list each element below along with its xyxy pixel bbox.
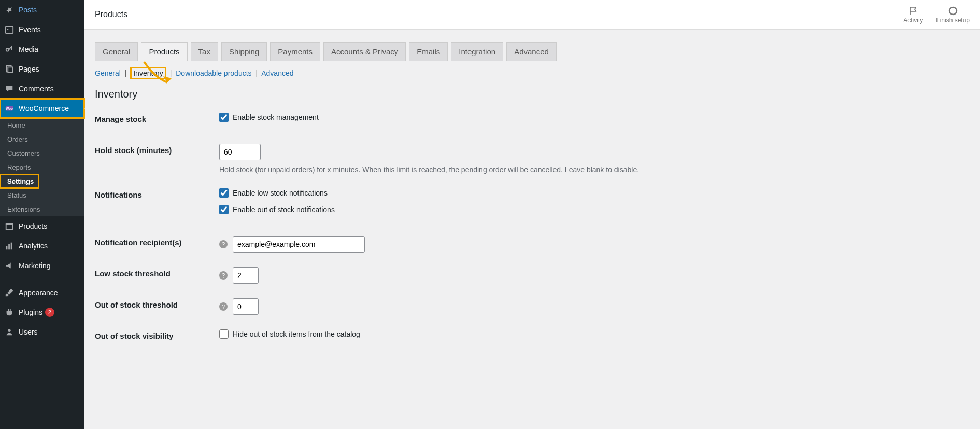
field-visibility: Out of stock visibility Hide out of stoc… (95, 329, 970, 346)
checkbox-hide-out-of-stock[interactable] (219, 329, 229, 339)
sidebar-label: WooCommerce (19, 104, 69, 113)
megaphone-icon (4, 260, 15, 271)
subtab-inventory[interactable]: Inventory (131, 67, 166, 79)
help-icon[interactable]: ? (219, 271, 228, 280)
svg-rect-10 (8, 244, 10, 249)
circle-icon (948, 5, 958, 17)
sidebar-item-comments[interactable]: Comments (0, 79, 84, 99)
field-low-threshold: Low stock threshold ? (95, 267, 970, 284)
activity-button[interactable]: Activity (903, 5, 923, 24)
archive-icon (4, 221, 15, 231)
settings-tabs: General Products Tax Shipping Payments A… (95, 42, 970, 61)
sidebar-label: Comments (19, 85, 54, 93)
checkbox-low-stock-notify[interactable] (219, 188, 229, 198)
tab-products[interactable]: Products (141, 42, 187, 61)
svg-text:Woo: Woo (6, 107, 13, 110)
checkbox-manage-stock[interactable] (219, 113, 229, 122)
sidebar-submenu: Home Orders Customers Reports Settings S… (0, 118, 84, 216)
sidebar-sub-orders[interactable]: Orders (0, 132, 84, 146)
sidebar-sub-home[interactable]: Home (0, 118, 84, 132)
subtab-general[interactable]: General (95, 69, 121, 77)
sidebar-item-woocommerce[interactable]: Woo WooCommerce (0, 99, 84, 118)
tab-advanced[interactable]: Advanced (506, 42, 557, 61)
label-manage-stock: Manage stock (95, 113, 219, 123)
sidebar-item-media[interactable]: Media (0, 39, 84, 59)
checkbox-out-stock-notify[interactable] (219, 205, 229, 214)
update-badge: 2 (45, 308, 54, 317)
subtab-advanced[interactable]: Advanced (261, 69, 293, 77)
finish-setup-button[interactable]: Finish setup (936, 5, 970, 24)
field-out-threshold: Out of stock threshold ? (95, 298, 970, 315)
sidebar-sub-settings[interactable]: Settings (0, 174, 39, 188)
input-low-threshold[interactable] (233, 267, 259, 284)
help-icon[interactable]: ? (219, 302, 228, 311)
tab-tax[interactable]: Tax (191, 42, 218, 61)
sidebar-sub-reports[interactable]: Reports (0, 160, 84, 174)
sidebar-item-posts[interactable]: Posts (0, 0, 84, 20)
sidebar-label: Media (19, 45, 38, 53)
chart-icon (4, 241, 15, 251)
field-hold-stock: Hold stock (minutes) Hold stock (for unp… (95, 144, 970, 174)
sidebar-item-appearance[interactable]: Appearance (0, 283, 84, 302)
sidebar-item-marketing[interactable]: Marketing (0, 256, 84, 275)
help-hold-stock: Hold stock (for unpaid orders) for x min… (219, 165, 970, 174)
help-icon[interactable]: ? (219, 240, 228, 248)
label-out-threshold: Out of stock threshold (95, 298, 219, 309)
sidebar-label: Users (19, 328, 38, 336)
sidebar-label: Plugins (19, 308, 42, 316)
action-label: Activity (903, 17, 923, 24)
label-notifications: Notifications (95, 188, 219, 199)
tab-general[interactable]: General (95, 42, 138, 61)
media-icon (4, 44, 15, 54)
user-icon (4, 327, 15, 337)
tab-payments[interactable]: Payments (270, 42, 320, 61)
label-low-threshold: Low stock threshold (95, 267, 219, 278)
product-subtabs: General | Inventory | Downloadable produ… (95, 67, 970, 79)
svg-point-2 (6, 48, 9, 51)
svg-rect-7 (6, 224, 13, 229)
input-out-threshold[interactable] (233, 298, 259, 315)
field-notifications: Notifications Enable low stock notificat… (95, 188, 970, 222)
section-heading: Inventory (95, 88, 970, 100)
input-recipients[interactable] (233, 236, 365, 253)
admin-sidebar: Posts Events Media Pages Comments Woo Wo… (0, 0, 84, 429)
sidebar-label: Pages (19, 65, 39, 73)
sidebar-sub-status[interactable]: Status (0, 188, 84, 202)
main-content: Products Activity Finish setup General P… (84, 0, 980, 429)
tab-accounts[interactable]: Accounts & Privacy (323, 42, 406, 61)
checkbox-label: Enable stock management (233, 113, 319, 121)
sidebar-label: Appearance (19, 288, 58, 297)
page-title: Products (95, 10, 127, 19)
sidebar-sub-extensions[interactable]: Extensions (0, 202, 84, 216)
tab-shipping[interactable]: Shipping (221, 42, 267, 61)
checkbox-label: Enable low stock notifications (233, 189, 328, 197)
woocommerce-icon: Woo (4, 103, 15, 114)
sidebar-item-users[interactable]: Users (0, 322, 84, 342)
svg-point-13 (949, 7, 957, 15)
sidebar-item-analytics[interactable]: Analytics (0, 236, 84, 256)
svg-point-12 (8, 329, 10, 332)
sidebar-label: Products (19, 222, 47, 230)
brush-icon (4, 287, 15, 298)
sidebar-label: Posts (19, 6, 37, 14)
sidebar-item-plugins[interactable]: Plugins 2 (0, 302, 84, 322)
sidebar-item-products[interactable]: Products (0, 216, 84, 236)
svg-rect-1 (7, 29, 9, 30)
svg-rect-11 (11, 243, 12, 250)
sidebar-label: Events (19, 25, 41, 34)
checkbox-label: Hide out of stock items from the catalog (233, 330, 360, 338)
tab-integration[interactable]: Integration (451, 42, 503, 61)
sidebar-item-events[interactable]: Events (0, 20, 84, 39)
sidebar-item-pages[interactable]: Pages (0, 59, 84, 79)
svg-rect-4 (8, 67, 12, 72)
field-recipients: Notification recipient(s) ? (95, 236, 970, 253)
svg-rect-0 (6, 27, 13, 34)
sidebar-sub-customers[interactable]: Customers (0, 146, 84, 160)
tab-emails[interactable]: Emails (409, 42, 448, 61)
subtab-downloadable[interactable]: Downloadable products (176, 69, 251, 77)
svg-rect-9 (6, 246, 8, 249)
plugin-icon (4, 307, 15, 317)
input-hold-stock[interactable] (219, 144, 261, 160)
pin-icon (4, 5, 15, 15)
pages-icon (4, 64, 15, 74)
